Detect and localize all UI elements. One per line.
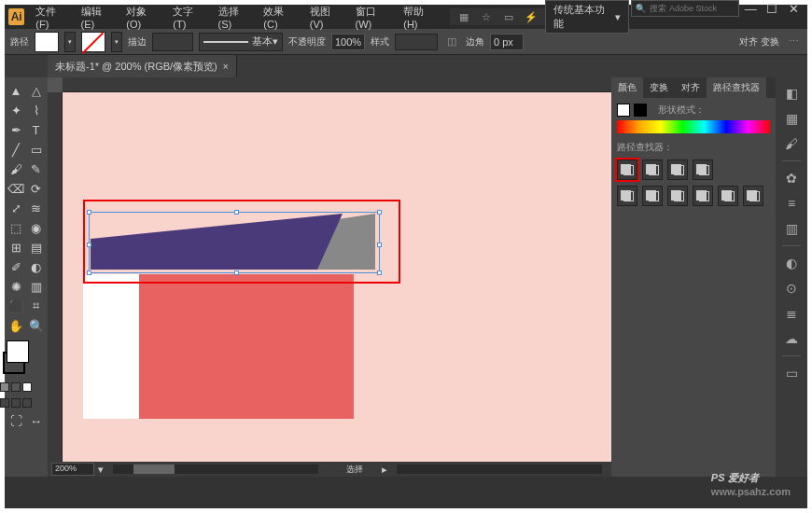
- line-tool[interactable]: ╱: [7, 140, 25, 159]
- stroke-weight-input[interactable]: [152, 33, 193, 51]
- opacity-input[interactable]: 100%: [331, 34, 365, 50]
- panel-stroke-swatch[interactable]: [634, 104, 647, 117]
- handle-bl[interactable]: [87, 270, 91, 275]
- dock-stroke-icon[interactable]: ≡: [781, 193, 802, 214]
- blend-tool[interactable]: ◐: [27, 257, 46, 276]
- dock-gradient-icon[interactable]: ▥: [781, 218, 802, 239]
- panel-tab-color[interactable]: 颜色: [611, 77, 643, 98]
- dock-transparency-icon[interactable]: ◐: [781, 253, 802, 273]
- color-mode-swatch[interactable]: [0, 382, 9, 392]
- menu-file[interactable]: 文件(F): [30, 1, 73, 34]
- menu-view[interactable]: 视图(V): [304, 1, 348, 34]
- mesh-tool[interactable]: ⊞: [7, 238, 25, 256]
- menu-select[interactable]: 选择(S): [213, 1, 257, 34]
- handle-tr[interactable]: [377, 210, 382, 215]
- dock-layers-icon[interactable]: ≣: [781, 303, 802, 324]
- pathfinder-merge-button[interactable]: [667, 186, 688, 206]
- menu-effect[interactable]: 效果(C): [258, 1, 301, 34]
- lasso-tool[interactable]: ⌇: [27, 101, 46, 119]
- panel-fill-swatch[interactable]: [617, 104, 630, 117]
- artboard[interactable]: [63, 92, 611, 462]
- dock-symbols-icon[interactable]: ✿: [781, 168, 802, 188]
- gradient-tool[interactable]: ▤: [27, 238, 46, 256]
- eraser-tool[interactable]: ⌫: [7, 179, 25, 198]
- zoom-input[interactable]: 200%: [51, 463, 94, 476]
- type-tool[interactable]: T: [27, 120, 46, 139]
- nav-arrow-icon[interactable]: ▸: [382, 464, 387, 476]
- stroke-style-dropdown[interactable]: 基本 ▾: [199, 33, 283, 51]
- tab-close-icon[interactable]: ×: [223, 62, 229, 72]
- menu-window[interactable]: 窗口(W): [350, 1, 397, 34]
- panel-tab-align[interactable]: 对齐: [675, 77, 707, 98]
- width-tool[interactable]: ≋: [27, 199, 46, 217]
- workspace-switcher[interactable]: 传统基本功能 ▾: [545, 0, 630, 34]
- pathfinder-unite-button[interactable]: [617, 159, 637, 180]
- panel-tab-transform[interactable]: 变换: [643, 77, 675, 98]
- dock-appearance-icon[interactable]: ⊙: [781, 278, 802, 298]
- dock-artboards-icon[interactable]: ▭: [781, 363, 802, 383]
- bridge-icon[interactable]: ▦: [455, 8, 472, 25]
- screen-mode-button[interactable]: ⛶: [7, 411, 25, 430]
- handle-mr[interactable]: [377, 243, 382, 247]
- gradient-mode-swatch[interactable]: [11, 382, 21, 392]
- free-transform-tool[interactable]: ⬚: [7, 218, 25, 237]
- eyedropper-tool[interactable]: ✐: [7, 257, 25, 276]
- shape-red-rect[interactable]: [139, 274, 354, 419]
- handle-bc[interactable]: [234, 270, 239, 275]
- minimize-button[interactable]: —: [741, 0, 761, 17]
- rectangle-tool[interactable]: ▭: [27, 140, 46, 159]
- pathfinder-intersect-button[interactable]: [667, 159, 688, 180]
- none-mode-swatch[interactable]: [22, 382, 32, 392]
- graphic-style-dropdown[interactable]: [395, 34, 438, 50]
- draw-normal[interactable]: [0, 398, 9, 408]
- color-spectrum[interactable]: [617, 120, 770, 133]
- paintbrush-tool[interactable]: 🖌: [7, 159, 25, 178]
- document-tab[interactable]: 未标题-1* @ 200% (RGB/像素预览) ×: [48, 55, 237, 77]
- pathfinder-trim-button[interactable]: [642, 186, 663, 206]
- close-button[interactable]: ✕: [784, 0, 804, 17]
- pencil-tool[interactable]: ✎: [27, 159, 46, 178]
- gpu-icon[interactable]: ⚡: [523, 8, 539, 25]
- column-graph-tool[interactable]: ▥: [27, 277, 46, 296]
- panel-tab-pathfinder[interactable]: 路径查找器: [707, 77, 766, 98]
- maximize-button[interactable]: ☐: [763, 0, 782, 17]
- hand-tool[interactable]: ✋: [7, 316, 25, 335]
- more-icon[interactable]: ⋯: [785, 34, 802, 50]
- fill-dropdown[interactable]: ▾: [64, 32, 76, 52]
- selection-tool[interactable]: ▲: [7, 81, 25, 100]
- scale-tool[interactable]: ⤢: [7, 199, 25, 217]
- ruler-horizontal[interactable]: [63, 77, 611, 92]
- menu-object[interactable]: 对象(O): [120, 1, 165, 34]
- pathfinder-crop-button[interactable]: [693, 186, 713, 206]
- stock-search-input[interactable]: 🔍 搜索 Adobe Stock: [631, 0, 738, 17]
- zoom-tool[interactable]: 🔍: [27, 316, 46, 335]
- stroke-swatch[interactable]: [81, 32, 105, 52]
- shape-white-rect[interactable]: [83, 274, 139, 419]
- draw-behind[interactable]: [11, 398, 21, 408]
- pathfinder-outline-button[interactable]: [718, 186, 738, 206]
- symbol-sprayer-tool[interactable]: ✺: [7, 277, 25, 296]
- draw-inside[interactable]: [22, 398, 32, 408]
- scrollbar-h-right[interactable]: [397, 464, 602, 474]
- menu-edit[interactable]: 编辑(E): [76, 1, 119, 34]
- tool-stack-icon[interactable]: ↔: [27, 411, 46, 430]
- handle-ml[interactable]: [87, 243, 91, 247]
- align-icon[interactable]: ◫: [443, 34, 460, 50]
- handle-tl[interactable]: [87, 210, 91, 215]
- rotate-tool[interactable]: ⟳: [27, 179, 46, 198]
- corner-input[interactable]: 0 px: [490, 34, 524, 50]
- pathfinder-exclude-button[interactable]: [693, 159, 713, 180]
- scrollbar-h-left[interactable]: [113, 464, 318, 474]
- slice-tool[interactable]: ⌗: [27, 297, 46, 315]
- pathfinder-divide-button[interactable]: [617, 186, 637, 206]
- handle-tc[interactable]: [234, 210, 239, 215]
- pathfinder-minusback-button[interactable]: [743, 186, 763, 206]
- handle-br[interactable]: [377, 270, 382, 275]
- dock-color-icon[interactable]: ◧: [781, 83, 802, 104]
- direct-selection-tool[interactable]: △: [27, 81, 46, 100]
- dock-brushes-icon[interactable]: 🖌: [781, 133, 802, 154]
- stock-icon[interactable]: ☆: [478, 8, 495, 25]
- artboard-tool[interactable]: ⬛: [7, 297, 25, 315]
- fill-stroke-control[interactable]: [7, 336, 25, 379]
- arrange-icon[interactable]: ▭: [500, 8, 517, 25]
